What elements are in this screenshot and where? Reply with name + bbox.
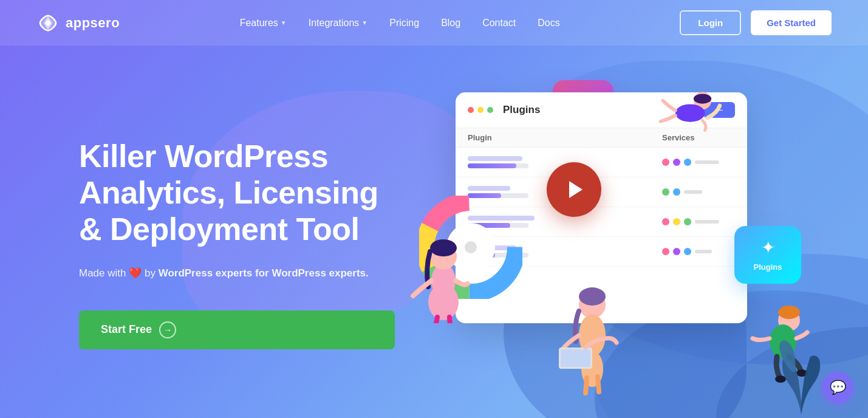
dot-green	[487, 107, 493, 113]
chat-bubble-button[interactable]: 💬	[822, 372, 853, 403]
hero-title: Killer WordPress Analytics, Licensing & …	[79, 139, 395, 247]
nav-integrations[interactable]: Integrations ▼	[309, 18, 368, 29]
dot-red	[468, 107, 474, 113]
nav-docs[interactable]: Docs	[538, 18, 559, 29]
start-free-button[interactable]: Start Free →	[79, 310, 395, 349]
hero-section: Killer WordPress Analytics, Licensing & …	[0, 46, 868, 418]
svg-point-26	[778, 306, 800, 319]
row-services	[662, 188, 735, 196]
svg-rect-24	[561, 349, 590, 367]
hero-subtitle: Made with ❤️ by WordPress experts for Wo…	[79, 265, 395, 281]
play-button[interactable]	[547, 162, 601, 217]
dashboard-title: Plugins	[503, 104, 540, 116]
get-started-button[interactable]: Get Started	[751, 10, 832, 35]
svg-point-3	[46, 21, 50, 26]
hero-content: Killer WordPress Analytics, Licensing & …	[79, 139, 395, 349]
navbar: appsero Features ▼ Integrations ▼ Pricin…	[0, 0, 868, 46]
plugins-icon: ✦	[761, 238, 775, 258]
brand-name: appsero	[66, 15, 120, 31]
nav-actions: Login Get Started	[680, 10, 832, 35]
plugins-label: Plugins	[754, 262, 782, 272]
hero-illustration: Themes Plugins — Plugin Services	[419, 74, 819, 414]
login-button[interactable]: Login	[680, 10, 741, 35]
svg-point-13	[430, 239, 457, 256]
play-icon	[569, 181, 583, 198]
character-girl	[407, 202, 480, 323]
nav-features[interactable]: Features ▼	[240, 18, 287, 29]
character-woman	[559, 275, 626, 396]
nav-contact[interactable]: Contact	[482, 18, 516, 29]
dot-yellow	[477, 107, 484, 113]
plant-decoration	[771, 323, 832, 414]
logo-icon	[36, 12, 60, 35]
heart-icon: ❤️	[129, 267, 145, 279]
nav-pricing[interactable]: Pricing	[389, 18, 419, 29]
row-services	[662, 159, 735, 166]
col-plugin: Plugin	[468, 133, 662, 142]
integrations-dropdown-arrow: ▼	[361, 19, 367, 26]
plugins-card: ✦ Plugins	[734, 226, 801, 284]
svg-point-18	[675, 104, 705, 122]
svg-point-17	[694, 94, 711, 103]
nav-blog[interactable]: Blog	[441, 18, 460, 29]
nav-links: Features ▼ Integrations ▼ Pricing Blog C…	[240, 18, 560, 29]
row-bar	[468, 163, 528, 168]
arrow-circle-icon: →	[159, 321, 176, 338]
row-services	[662, 218, 735, 225]
logo[interactable]: appsero	[36, 12, 120, 35]
row-services	[662, 248, 735, 255]
character-flying	[643, 83, 722, 138]
chat-icon: 💬	[830, 380, 846, 396]
features-dropdown-arrow: ▼	[281, 19, 287, 26]
svg-point-20	[579, 287, 606, 306]
table-row	[456, 148, 747, 177]
